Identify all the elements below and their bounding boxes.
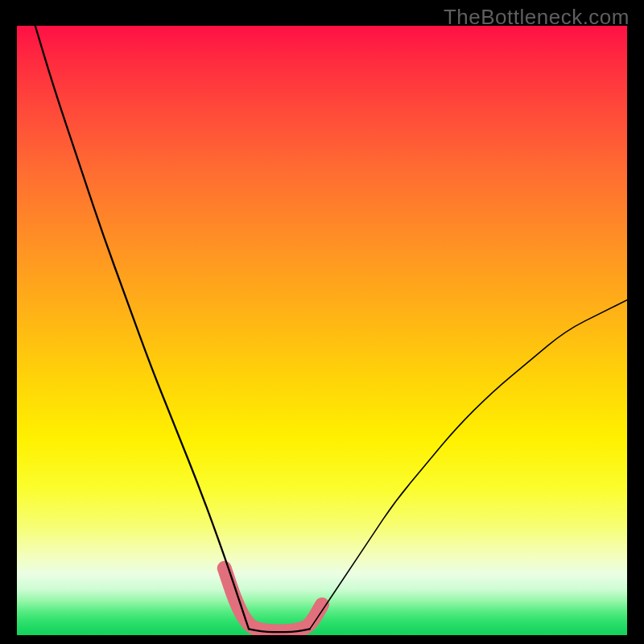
curve-right-path	[310, 300, 627, 630]
curve-svg	[17, 26, 627, 635]
watermark-text: TheBottleneck.com	[444, 5, 630, 30]
curve-left-path	[35, 26, 249, 629]
chart-frame: TheBottleneck.com	[0, 0, 644, 644]
plot-area	[17, 26, 627, 635]
